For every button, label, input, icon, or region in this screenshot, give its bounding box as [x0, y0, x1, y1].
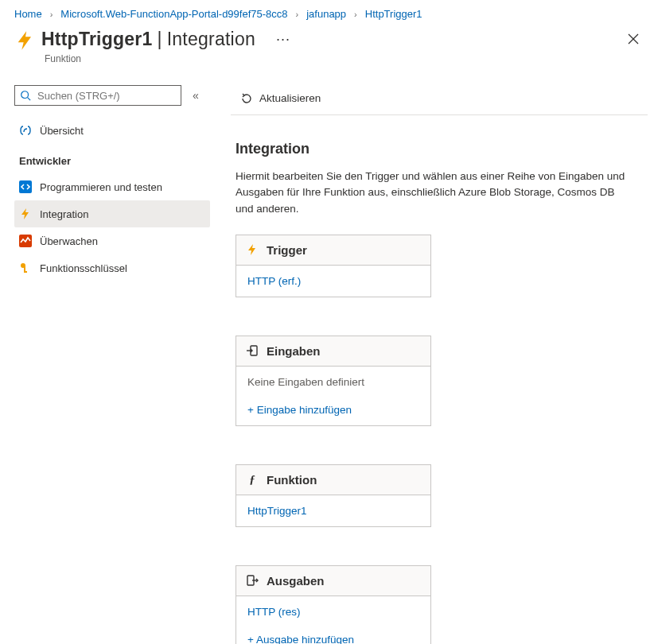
nav-monitor[interactable]: Überwachen [14, 227, 210, 254]
card-title: Ausgaben [267, 574, 325, 588]
nav-label: Integration [40, 208, 88, 220]
chevron-right-icon: › [50, 10, 53, 19]
breadcrumb-item-app[interactable]: jafunapp [306, 8, 346, 20]
nav-code[interactable]: Programmieren und testen [14, 173, 210, 200]
nav-integration[interactable]: Integration [14, 200, 210, 227]
function-brackets-icon [19, 124, 32, 137]
card-title: Funktion [267, 473, 317, 487]
breadcrumb-item-resource[interactable]: Microsoft.Web-FunctionApp-Portal-d99fef7… [60, 8, 287, 20]
title-bar: HttpTrigger1|Integration ··· [0, 25, 654, 53]
search-box[interactable] [14, 85, 181, 106]
function-link[interactable]: HttpTrigger1 [236, 497, 430, 525]
chevron-right-icon: › [296, 10, 299, 19]
function-icon: ƒ [246, 473, 259, 486]
function-card: ƒ Funktion HttpTrigger1 [236, 464, 431, 527]
bolt-icon [246, 243, 259, 256]
code-icon [19, 180, 32, 193]
breadcrumb-item-function[interactable]: HttpTrigger1 [365, 8, 422, 20]
trigger-card: Trigger HTTP (erf.) [236, 235, 431, 297]
nav-label: Übersicht [40, 125, 84, 137]
close-button[interactable] [627, 33, 640, 45]
search-icon [20, 90, 31, 101]
trigger-link[interactable]: HTTP (erf.) [236, 267, 430, 295]
inputs-card: Eingaben Keine Eingaben definiert + Eing… [236, 336, 431, 426]
svg-point-2 [21, 91, 29, 99]
page-caption: Funktion [45, 53, 654, 64]
refresh-icon [240, 92, 253, 105]
input-icon [246, 344, 259, 357]
add-input-button[interactable]: + Eingabe hinzufügen [236, 396, 430, 424]
chevron-right-icon: › [354, 10, 357, 19]
breadcrumb: Home › Microsoft.Web-FunctionApp-Portal-… [0, 0, 654, 25]
inputs-empty-text: Keine Eingaben definiert [236, 368, 430, 396]
collapse-nav-button[interactable]: « [193, 89, 199, 102]
card-title: Eingaben [267, 344, 321, 358]
nav-label: Überwachen [40, 235, 98, 247]
bolt-icon [19, 208, 32, 220]
output-icon [246, 574, 259, 587]
more-button[interactable]: ··· [276, 31, 290, 48]
svg-rect-6 [24, 271, 27, 273]
refresh-label: Aktualisieren [259, 92, 321, 104]
content-heading: Integration [236, 141, 629, 157]
function-bolt-icon [14, 29, 37, 52]
card-title: Trigger [267, 243, 307, 257]
svg-line-3 [28, 98, 31, 101]
page-title: HttpTrigger1|Integration [41, 29, 255, 50]
key-icon [19, 262, 32, 274]
breadcrumb-item-home[interactable]: Home [14, 8, 42, 20]
nav-overview[interactable]: Übersicht [14, 117, 210, 144]
title-name: HttpTrigger1 [41, 29, 153, 49]
search-input[interactable] [36, 89, 176, 103]
monitor-icon [19, 235, 32, 247]
content-description: Hiermit bearbeiten Sie den Trigger und w… [236, 169, 629, 217]
toolbar: Aktualisieren [231, 82, 648, 115]
title-section: Integration [167, 29, 255, 49]
nav-group-developer: Entwickler [19, 155, 210, 167]
add-output-button[interactable]: + Ausgabe hinzufügen [236, 626, 430, 644]
nav-keys[interactable]: Funktionsschlüssel [14, 254, 210, 281]
output-link[interactable]: HTTP (res) [236, 598, 430, 626]
refresh-button[interactable]: Aktualisieren [236, 89, 325, 108]
nav-label: Programmieren und testen [40, 181, 162, 193]
nav-label: Funktionsschlüssel [40, 262, 127, 274]
outputs-card: Ausgaben HTTP (res) + Ausgabe hinzufügen [236, 565, 431, 644]
